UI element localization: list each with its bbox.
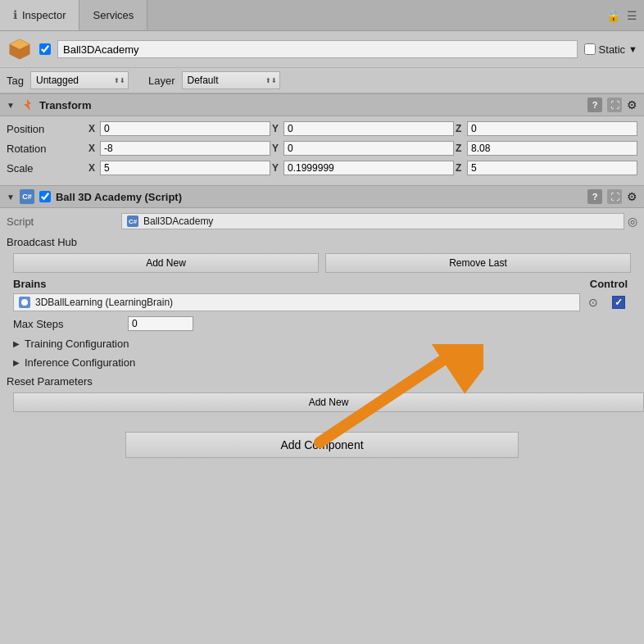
position-y-label: Y (272, 123, 282, 134)
script-gear-icon[interactable]: ⚙ (627, 190, 637, 203)
static-checkbox[interactable] (584, 43, 596, 55)
static-dropdown-arrow[interactable]: ▼ (628, 44, 637, 54)
add-new-reset-btn-wrapper: Add New (7, 392, 637, 412)
scale-row: Scale X Y Z (7, 159, 637, 177)
inference-config-label: Inference Configuration (25, 356, 135, 369)
transform-icon (20, 98, 34, 112)
position-y-input[interactable] (283, 121, 454, 136)
menu-icon[interactable]: ☰ (627, 9, 637, 22)
tab-bar: ℹ Inspector Services 🔒 ☰ (0, 0, 644, 31)
rotation-x-label: X (88, 143, 98, 154)
lock-icon[interactable]: 🔒 (606, 9, 620, 22)
scale-z-label: Z (456, 162, 465, 174)
check-mark-icon: ✓ (615, 297, 623, 308)
tag-layer-row: Tag Untagged Layer Default (0, 68, 644, 93)
position-label: Position (7, 123, 88, 135)
position-z-input[interactable] (467, 121, 637, 136)
add-new-reset-button[interactable]: Add New (13, 392, 644, 412)
broadcast-hub-label: Broadcast Hub (7, 234, 637, 250)
training-config-label: Training Configuration (25, 338, 129, 350)
script-value-box: C# Ball3DAcademy (121, 213, 624, 229)
inference-config-arrow: ▶ (13, 358, 20, 367)
remove-last-button[interactable]: Remove Last (325, 253, 631, 273)
inspector-tab-label: Inspector (22, 9, 66, 21)
rotation-x-input[interactable] (100, 141, 270, 156)
rotation-x-field: X (88, 141, 270, 156)
scale-label: Scale (7, 162, 88, 175)
transform-expand-icon[interactable]: ⛶ (607, 98, 622, 112)
inference-config-row[interactable]: ▶ Inference Configuration (7, 353, 637, 372)
brain-object-icon (19, 297, 30, 308)
position-x-field: X (88, 121, 270, 136)
control-label: Control (590, 278, 628, 290)
transform-gear-icon[interactable]: ⚙ (627, 98, 637, 111)
brain-value-text: 3DBallLearning (LearningBrain) (35, 297, 173, 308)
script-value-cs-icon: C# (127, 215, 138, 227)
tag-select[interactable]: Untagged (30, 71, 129, 89)
scale-x-input[interactable] (100, 161, 270, 175)
transform-help-icon[interactable]: ? (587, 98, 602, 112)
script-section-header[interactable]: ▼ C# Ball 3D Academy (Script) ? ⛶ ⚙ (0, 185, 644, 208)
transform-section-icons: ? ⛶ ⚙ (587, 98, 637, 112)
rotation-y-input[interactable] (283, 141, 454, 156)
scale-z-input[interactable] (467, 161, 637, 175)
scale-y-input[interactable] (283, 161, 454, 175)
script-section-icons: ? ⛶ ⚙ (587, 189, 637, 204)
static-row: Static ▼ (584, 43, 637, 56)
brain-gear-icon[interactable]: ⊙ (585, 294, 601, 311)
position-z-label: Z (456, 123, 465, 134)
tab-services[interactable]: Services (79, 0, 147, 30)
services-tab-label: Services (93, 9, 134, 21)
transform-section-header[interactable]: ▼ Transform ? ⛶ ⚙ (0, 93, 644, 116)
script-body: Script C# Ball3DAcademy ◎ Broadcast Hub … (0, 208, 644, 420)
info-icon: ℹ (13, 8, 17, 21)
scale-x-field: X (88, 161, 270, 175)
script-collapse-arrow: ▼ (7, 193, 15, 202)
script-expand-icon[interactable]: ⛶ (607, 189, 622, 204)
position-x-input[interactable] (100, 121, 270, 136)
rotation-row: Rotation X Y Z (7, 139, 637, 157)
brain-field-row: 3DBallLearning (LearningBrain) ⊙ ✓ (7, 292, 637, 313)
max-steps-row: Max Steps (7, 313, 637, 334)
position-row: Position X Y Z (7, 120, 637, 138)
tab-inspector[interactable]: ℹ Inspector (0, 0, 79, 30)
tag-label: Tag (7, 75, 24, 87)
script-cs-icon: C# (20, 189, 34, 204)
training-config-arrow: ▶ (13, 339, 20, 348)
script-section-title: Ball 3D Academy (Script) (56, 191, 583, 203)
layer-select[interactable]: Default (182, 71, 280, 89)
script-active-checkbox[interactable] (39, 191, 51, 202)
max-steps-input[interactable] (128, 316, 193, 331)
position-z-field: Z (456, 121, 637, 136)
transform-section: ▼ Transform ? ⛶ ⚙ Position X (0, 93, 644, 182)
position-x-label: X (88, 123, 98, 134)
object-header: Static ▼ (0, 31, 644, 68)
transform-body: Position X Y Z (0, 116, 644, 182)
broadcast-btn-row: Add New Remove Last (7, 250, 637, 276)
static-label: Static (599, 43, 626, 56)
scale-xyz: X Y Z (88, 161, 637, 175)
add-component-button[interactable]: Add Component (125, 432, 519, 458)
reset-params-label: Reset Parameters (7, 372, 637, 389)
max-steps-label: Max Steps (13, 318, 128, 330)
script-target-icon[interactable]: ◎ (628, 215, 637, 228)
transform-collapse-arrow: ▼ (7, 101, 15, 110)
tab-bar-actions: 🔒 ☰ (606, 9, 637, 22)
object-name-input[interactable] (57, 40, 578, 58)
control-checkbox[interactable]: ✓ (612, 296, 625, 309)
rotation-z-label: Z (456, 143, 465, 154)
script-help-icon[interactable]: ? (587, 189, 602, 204)
object-active-checkbox[interactable] (39, 43, 51, 55)
training-config-row[interactable]: ▶ Training Configuration (7, 334, 637, 353)
add-component-section: Add Component (0, 422, 644, 468)
position-y-field: Y (272, 121, 454, 136)
add-new-button[interactable]: Add New (13, 253, 319, 273)
transform-title: Transform (39, 99, 583, 111)
object-cube-icon (7, 36, 33, 62)
rotation-y-label: Y (272, 143, 282, 154)
rotation-y-field: Y (272, 141, 454, 156)
layer-select-wrapper: Default (182, 71, 280, 89)
rotation-z-input[interactable] (467, 141, 637, 156)
brains-label: Brains (13, 278, 46, 290)
script-field-label: Script (7, 215, 121, 228)
